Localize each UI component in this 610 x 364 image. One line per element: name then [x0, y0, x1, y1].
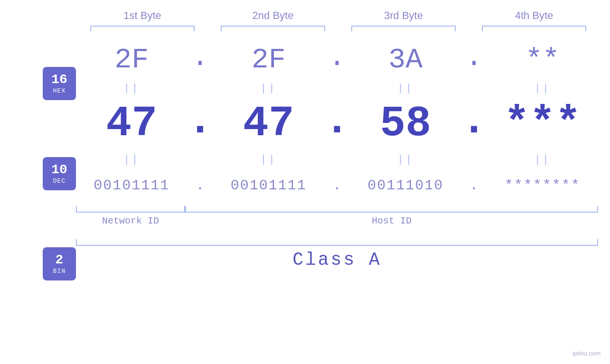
- dec-b3-value: 58: [380, 100, 431, 148]
- bracket-b3: [351, 26, 456, 31]
- byte2-header: 2nd Byte: [221, 9, 325, 22]
- data-columns: 2F . 2F . 3A . ** || ||: [76, 41, 598, 280]
- dec-row: 47 . 47 . 58 . ***: [76, 98, 598, 150]
- dec-dot3: .: [465, 97, 484, 151]
- watermark: ipshu.com: [572, 350, 601, 357]
- eq1-b3: ||: [353, 83, 458, 94]
- hex-b4-value: **: [526, 44, 560, 76]
- equals-row-2: || || || ||: [76, 150, 598, 169]
- hex-b2-cell: 2F: [216, 44, 321, 76]
- footer-area: Class A: [76, 239, 598, 270]
- bin-b2-cell: 00101111: [216, 177, 321, 194]
- hex-dot1: .: [190, 41, 209, 78]
- footer-bracket: [76, 239, 598, 246]
- rows-wrapper: 16 HEX 10 DEC 2 BIN 2F .: [33, 41, 577, 280]
- bin-dot2: .: [328, 177, 347, 194]
- eq1-b1: ||: [79, 83, 184, 94]
- dec-b4-value: ***: [504, 100, 581, 148]
- hex-b3-cell: 3A: [353, 44, 458, 76]
- bin-b1-cell: 00101111: [79, 177, 184, 194]
- dec-b1-cell: 47: [79, 100, 184, 148]
- dec-badge: 10 DEC: [43, 157, 76, 190]
- bin-b1-value: 00101111: [94, 177, 169, 194]
- bin-badge-label: BIN: [53, 268, 66, 275]
- bin-b4-cell: ********: [490, 177, 595, 194]
- eq2-b3: ||: [353, 154, 458, 166]
- hex-b1-value: 2F: [114, 44, 149, 76]
- hex-b2-value: 2F: [252, 44, 286, 76]
- bin-row: 00101111 . 00101111 . 00111010 . *******…: [76, 169, 598, 202]
- dec-b2-cell: 47: [216, 100, 321, 148]
- bin-dot1: .: [190, 177, 209, 194]
- dec-badge-label: DEC: [53, 177, 66, 185]
- bracket-b2: [221, 26, 325, 31]
- eq1-b2: ||: [216, 83, 321, 94]
- hex-b1-cell: 2F: [79, 44, 184, 76]
- bin-b4-value: ********: [505, 177, 581, 194]
- dec-badge-num: 10: [51, 163, 67, 177]
- hex-b4-cell: **: [490, 44, 595, 76]
- host-bracket: [185, 206, 598, 213]
- byte4-header: 4th Byte: [482, 9, 586, 22]
- eq2-b1: ||: [79, 154, 184, 166]
- equals-row-1: || || || ||: [76, 79, 598, 98]
- bin-b3-cell: 00111010: [353, 177, 458, 194]
- bin-dot3: .: [465, 177, 484, 194]
- bracket-b1: [90, 26, 195, 31]
- bin-badge-num: 2: [56, 253, 64, 268]
- dec-dot1: .: [190, 97, 209, 151]
- hex-dot2: .: [328, 41, 347, 78]
- hex-dot3: .: [465, 41, 484, 78]
- network-id-label: Network ID: [76, 215, 185, 226]
- bin-b3-value: 00111010: [367, 177, 443, 194]
- dec-b1-value: 47: [106, 100, 157, 148]
- left-badges: 16 HEX 10 DEC 2 BIN: [33, 41, 76, 280]
- bracket-b4: [482, 26, 586, 31]
- bottom-bracket-area: Network ID Host ID: [76, 206, 598, 234]
- eq1-b4: ||: [490, 83, 595, 94]
- bin-badge: 2 BIN: [43, 247, 76, 280]
- main-container: 1st Byte 2nd Byte 3rd Byte 4th Byte 16 H…: [0, 0, 610, 364]
- byte3-header: 3rd Byte: [351, 9, 456, 22]
- hex-badge-label: HEX: [53, 87, 66, 94]
- host-id-label: Host ID: [185, 215, 598, 226]
- top-brackets: [77, 26, 600, 31]
- hex-badge-num: 16: [51, 73, 67, 87]
- dec-b3-cell: 58: [353, 100, 458, 148]
- class-label: Class A: [76, 250, 598, 270]
- byte1-header: 1st Byte: [90, 9, 195, 22]
- hex-b3-value: 3A: [388, 44, 422, 76]
- eq2-b2: ||: [216, 154, 321, 166]
- dec-b2-value: 47: [243, 100, 294, 148]
- hex-badge: 16 HEX: [43, 67, 76, 100]
- hex-row: 2F . 2F . 3A . **: [76, 41, 598, 79]
- network-bracket: [76, 206, 185, 213]
- dec-b4-cell: ***: [490, 100, 595, 148]
- dec-dot2: .: [328, 97, 347, 151]
- eq2-b4: ||: [490, 154, 595, 166]
- bin-b2-value: 00101111: [231, 177, 307, 194]
- byte-headers: 1st Byte 2nd Byte 3rd Byte 4th Byte: [77, 9, 600, 22]
